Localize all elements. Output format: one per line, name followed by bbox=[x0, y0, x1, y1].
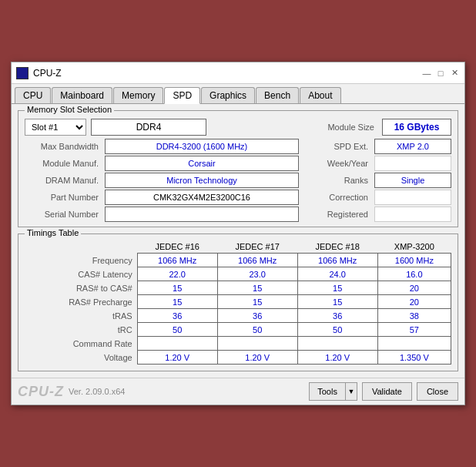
module-manuf-value: Corsair bbox=[105, 156, 299, 171]
timings-cell-1-0: 22.0 bbox=[137, 267, 217, 281]
part-number-value: CMK32GX4M2E3200C16 bbox=[105, 190, 299, 205]
window-title: CPU-Z bbox=[33, 68, 421, 79]
timings-cell-2-2: 15 bbox=[297, 281, 377, 295]
tab-bench[interactable]: Bench bbox=[256, 87, 299, 103]
slot-select[interactable]: Slot #1 Slot #2 Slot #3 Slot #4 bbox=[25, 119, 86, 136]
timings-cell-0-2: 1066 MHz bbox=[297, 254, 377, 267]
timings-cell-3-0: 15 bbox=[137, 295, 217, 309]
tools-group: Tools ▼ bbox=[309, 382, 357, 401]
footer-logo: CPU-Z bbox=[18, 384, 64, 400]
memory-slot-group: Memory Slot Selection Slot #1 Slot #2 Sl… bbox=[18, 110, 458, 227]
col-header-jedec17: JEDEC #17 bbox=[217, 240, 297, 254]
timings-row-label-2: RAS# to CAS# bbox=[25, 281, 137, 295]
serial-number-value bbox=[105, 207, 299, 222]
memory-slot-group-label: Memory Slot Selection bbox=[25, 105, 114, 114]
timings-row-label-1: CAS# Latency bbox=[25, 267, 137, 281]
timings-cell-2-0: 15 bbox=[137, 281, 217, 295]
timings-cell-6-1 bbox=[217, 337, 297, 351]
registered-value bbox=[374, 207, 451, 222]
timings-cell-1-2: 24.0 bbox=[297, 267, 377, 281]
spd-ext-label: SPD Ext. bbox=[302, 142, 371, 151]
timings-row-label-5: tRC bbox=[25, 323, 137, 337]
timings-cell-6-2 bbox=[297, 337, 377, 351]
timings-cell-7-1: 1.20 V bbox=[217, 351, 297, 365]
dram-manuf-value: Micron Technology bbox=[105, 173, 299, 188]
module-manuf-label: Module Manuf. bbox=[25, 159, 102, 168]
timings-cell-1-1: 23.0 bbox=[217, 267, 297, 281]
minimize-button[interactable]: — bbox=[421, 68, 432, 79]
week-year-value bbox=[374, 156, 451, 171]
tab-graphics[interactable]: Graphics bbox=[201, 87, 255, 103]
tools-button[interactable]: Tools bbox=[309, 382, 345, 401]
timings-cell-5-0: 50 bbox=[137, 323, 217, 337]
timings-cell-2-3: 20 bbox=[377, 281, 451, 295]
timings-group-label: Timings Table bbox=[25, 228, 81, 237]
timings-cell-4-0: 36 bbox=[137, 309, 217, 323]
tab-mainboard[interactable]: Mainboard bbox=[52, 87, 112, 103]
timings-cell-0-1: 1066 MHz bbox=[217, 254, 297, 267]
timings-cell-5-1: 50 bbox=[217, 323, 297, 337]
module-size-label: Module Size bbox=[327, 123, 374, 132]
max-bandwidth-label: Max Bandwidth bbox=[25, 142, 102, 151]
ddr-type-display: DDR4 bbox=[91, 119, 206, 136]
dram-manuf-label: DRAM Manuf. bbox=[25, 176, 102, 185]
timings-cell-3-3: 20 bbox=[377, 295, 451, 309]
tab-memory[interactable]: Memory bbox=[113, 87, 163, 103]
timings-group: Timings Table JEDEC #16 JEDEC #17 JEDEC … bbox=[18, 234, 458, 371]
timings-cell-4-2: 36 bbox=[297, 309, 377, 323]
timings-cell-7-3: 1.350 V bbox=[377, 351, 451, 365]
timings-cell-7-2: 1.20 V bbox=[297, 351, 377, 365]
main-window: CPU-Z — □ ✕ CPU Mainboard Memory SPD Gra… bbox=[11, 62, 465, 405]
window-controls: — □ ✕ bbox=[421, 68, 460, 79]
timings-row-label-6: Command Rate bbox=[25, 337, 137, 351]
module-size-value: 16 GBytes bbox=[382, 119, 451, 136]
timings-cell-1-3: 16.0 bbox=[377, 267, 451, 281]
col-header-jedec18: JEDEC #18 bbox=[297, 240, 377, 254]
timings-cell-5-3: 57 bbox=[377, 323, 451, 337]
footer-version: Ver. 2.09.0.x64 bbox=[69, 387, 304, 396]
timings-cell-6-3 bbox=[377, 337, 451, 351]
timings-cell-4-1: 36 bbox=[217, 309, 297, 323]
timings-cell-2-1: 15 bbox=[217, 281, 297, 295]
timings-row-label-0: Frequency bbox=[25, 254, 137, 267]
serial-number-label: Serial Number bbox=[25, 210, 102, 219]
ranks-label: Ranks bbox=[302, 176, 371, 185]
tab-bar: CPU Mainboard Memory SPD Graphics Bench … bbox=[12, 84, 464, 104]
maximize-button[interactable]: □ bbox=[435, 68, 446, 79]
timings-cell-3-2: 15 bbox=[297, 295, 377, 309]
content-area: Memory Slot Selection Slot #1 Slot #2 Sl… bbox=[12, 104, 464, 378]
timings-row-label-3: RAS# Precharge bbox=[25, 295, 137, 309]
registered-label: Registered bbox=[302, 210, 371, 219]
correction-value bbox=[374, 190, 451, 205]
timings-cell-7-0: 1.20 V bbox=[137, 351, 217, 365]
max-bandwidth-value: DDR4-3200 (1600 MHz) bbox=[105, 139, 299, 154]
col-header-jedec16: JEDEC #16 bbox=[137, 240, 217, 254]
ranks-value: Single bbox=[374, 173, 451, 188]
spd-ext-value: XMP 2.0 bbox=[374, 139, 451, 154]
slot-row: Slot #1 Slot #2 Slot #3 Slot #4 DDR4 Mod… bbox=[25, 119, 451, 136]
close-button[interactable]: ✕ bbox=[449, 68, 460, 79]
timings-cell-4-3: 38 bbox=[377, 309, 451, 323]
tab-spd[interactable]: SPD bbox=[164, 87, 200, 104]
week-year-label: Week/Year bbox=[302, 159, 371, 168]
timings-row-label-4: tRAS bbox=[25, 309, 137, 323]
close-button-footer[interactable]: Close bbox=[417, 382, 458, 401]
tab-about[interactable]: About bbox=[300, 87, 340, 103]
app-icon bbox=[16, 67, 28, 79]
tools-dropdown-button[interactable]: ▼ bbox=[345, 382, 357, 401]
timings-cell-5-2: 50 bbox=[297, 323, 377, 337]
validate-button[interactable]: Validate bbox=[362, 382, 412, 401]
timings-table: JEDEC #16 JEDEC #17 JEDEC #18 XMP-3200 F… bbox=[25, 240, 451, 365]
col-header-empty bbox=[25, 240, 137, 254]
correction-label: Correction bbox=[302, 193, 371, 202]
timings-cell-3-1: 15 bbox=[217, 295, 297, 309]
timings-row-label-7: Voltage bbox=[25, 351, 137, 365]
info-grid: Max Bandwidth DDR4-3200 (1600 MHz) SPD E… bbox=[25, 139, 451, 222]
footer: CPU-Z Ver. 2.09.0.x64 Tools ▼ Validate C… bbox=[12, 378, 464, 405]
tab-cpu[interactable]: CPU bbox=[15, 87, 51, 103]
timings-cell-6-0 bbox=[137, 337, 217, 351]
col-header-xmp3200: XMP-3200 bbox=[377, 240, 451, 254]
title-bar: CPU-Z — □ ✕ bbox=[12, 62, 464, 84]
part-number-label: Part Number bbox=[25, 193, 102, 202]
timings-cell-0-3: 1600 MHz bbox=[377, 254, 451, 267]
